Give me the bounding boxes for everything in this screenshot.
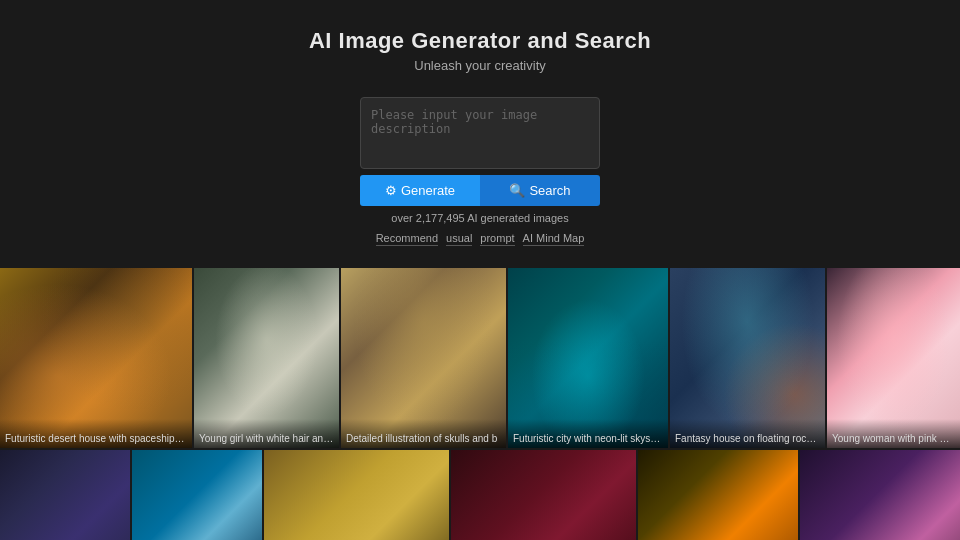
- gallery-item[interactable]: Futuristic city with neon-lit skyscra: [508, 268, 668, 448]
- gallery-caption: Detailed illustration of skulls and b: [341, 419, 506, 448]
- generate-label: Generate: [401, 183, 455, 198]
- gallery-item[interactable]: [638, 450, 798, 540]
- header: AI Image Generator and Search Unleash yo…: [0, 0, 960, 89]
- tag-row: Recommend usual prompt AI Mind Map: [376, 232, 585, 246]
- generate-icon: ⚙: [385, 183, 397, 198]
- button-row: ⚙ Generate 🔍 Search: [360, 175, 600, 206]
- gallery-item[interactable]: [800, 450, 960, 540]
- gallery-caption: Young girl with white hair and gold: [194, 419, 339, 448]
- generate-button[interactable]: ⚙ Generate: [360, 175, 480, 206]
- gallery-item[interactable]: [0, 450, 130, 540]
- gallery-caption: Futuristic city with neon-lit skyscra: [508, 419, 668, 448]
- tag-recommend[interactable]: Recommend: [376, 232, 438, 246]
- page-subtitle: Unleash your creativity: [0, 58, 960, 73]
- gallery-caption: Fantasy house on floating rock wit: [670, 419, 825, 448]
- gallery-item[interactable]: Futuristic desert house with spaceships,…: [0, 268, 192, 448]
- stats-text: over 2,177,495 AI generated images: [391, 212, 568, 224]
- tag-usual[interactable]: usual: [446, 232, 472, 246]
- page-title: AI Image Generator and Search: [0, 28, 960, 54]
- gallery-item[interactable]: Detailed illustration of skulls and b: [341, 268, 506, 448]
- gallery-section: Futuristic desert house with spaceships,…: [0, 268, 960, 540]
- search-input[interactable]: [360, 97, 600, 169]
- gallery-item[interactable]: [132, 450, 262, 540]
- search-button[interactable]: 🔍 Search: [480, 175, 600, 206]
- search-label: Search: [529, 183, 570, 198]
- gallery-row-1: Futuristic desert house with spaceships,…: [0, 268, 960, 448]
- gallery-item[interactable]: Young girl with white hair and gold: [194, 268, 339, 448]
- search-area: ⚙ Generate 🔍 Search over 2,177,495 AI ge…: [0, 97, 960, 246]
- gallery-item[interactable]: [264, 450, 449, 540]
- gallery-row-2: [0, 450, 960, 540]
- gallery-caption: Futuristic desert house with spaceships,…: [0, 419, 192, 448]
- tag-mindmap[interactable]: AI Mind Map: [523, 232, 585, 246]
- tag-prompt[interactable]: prompt: [480, 232, 514, 246]
- gallery-item[interactable]: Fantasy house on floating rock wit: [670, 268, 825, 448]
- gallery-item[interactable]: Young woman with pink hair and eyes, sit…: [827, 268, 960, 448]
- gallery-caption: Young woman with pink hair and eyes, sit…: [827, 419, 960, 448]
- gallery-item[interactable]: [451, 450, 636, 540]
- search-icon: 🔍: [509, 183, 525, 198]
